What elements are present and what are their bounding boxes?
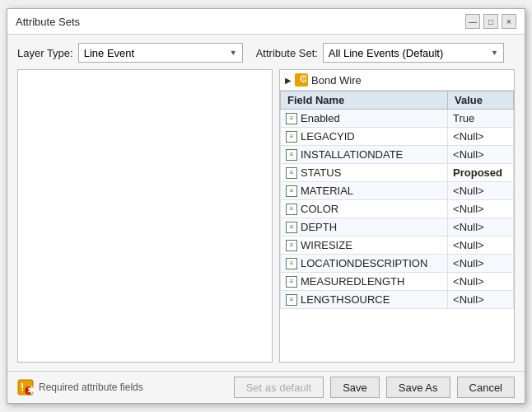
value-cell: <Null> bbox=[448, 291, 514, 309]
value-cell: <Null> bbox=[448, 255, 514, 273]
field-name: LENGTHSOURCE bbox=[301, 293, 390, 306]
save-as-button[interactable]: Save As bbox=[386, 377, 450, 398]
tree-expand-icon[interactable]: ▶ bbox=[285, 76, 292, 85]
value-cell: <Null> bbox=[448, 236, 514, 255]
attribute-set-label: Attribute Set: bbox=[256, 47, 318, 59]
tree-header: ▶ ⚙ Bond Wire bbox=[280, 70, 514, 91]
col-field-name: Field Name bbox=[281, 91, 448, 110]
value-cell: <Null> bbox=[448, 182, 514, 200]
field-cell: ≡WIRESIZE bbox=[281, 236, 448, 255]
table-row[interactable]: ≡LOCATIONDESCRIPTION<Null> bbox=[281, 255, 514, 273]
field-icon: ≡ bbox=[286, 185, 297, 197]
field-cell: ≡LENGTHSOURCE bbox=[281, 291, 448, 309]
field-name: INSTALLATIONDATE bbox=[301, 148, 403, 161]
value-cell: <Null> bbox=[448, 273, 514, 291]
field-icon: ≡ bbox=[286, 204, 297, 215]
close-button[interactable]: × bbox=[502, 14, 516, 29]
table-row[interactable]: ≡INSTALLATIONDATE<Null> bbox=[281, 146, 514, 164]
layer-type-group: Layer Type: Line Event ▼ bbox=[17, 43, 243, 63]
field-icon: ≡ bbox=[286, 113, 297, 124]
content-area: Layer Type: Line Event ▼ Attribute Set: … bbox=[7, 35, 525, 371]
value-cell: <Null> bbox=[448, 200, 514, 218]
field-name: WIRESIZE bbox=[301, 239, 352, 251]
value-cell: <Null> bbox=[448, 218, 514, 236]
layer-type-value: Line Event bbox=[84, 47, 134, 59]
field-icon: ≡ bbox=[286, 240, 297, 251]
layer-type-label: Layer Type: bbox=[17, 47, 73, 59]
table-row[interactable]: ≡WIRESIZE<Null> bbox=[281, 236, 514, 255]
attribute-set-value: All Line Events (Default) bbox=[329, 47, 443, 59]
value-cell: True bbox=[448, 110, 514, 128]
field-cell: ≡LEGACYID bbox=[281, 128, 448, 146]
title-bar: Attribute Sets — □ × bbox=[7, 9, 525, 35]
field-name: Enabled bbox=[301, 112, 340, 124]
minimize-button[interactable]: — bbox=[465, 14, 480, 29]
table-row[interactable]: ≡COLOR<Null> bbox=[281, 200, 514, 218]
window-controls: — □ × bbox=[465, 14, 516, 29]
field-cell: ≡STATUS bbox=[281, 164, 448, 182]
restore-button[interactable]: □ bbox=[483, 14, 498, 29]
field-cell: ≡Enabled bbox=[281, 110, 448, 128]
table-row[interactable]: ≡LEGACYID<Null> bbox=[281, 128, 514, 146]
field-icon: ≡ bbox=[286, 131, 297, 143]
field-cell: ≡LOCATIONDESCRIPTION bbox=[281, 255, 448, 273]
main-panels: ▶ ⚙ Bond Wire Field Name bbox=[17, 69, 515, 363]
col-value: Value bbox=[448, 91, 514, 110]
attributes-table-container[interactable]: Field Name Value ≡EnabledTrue≡LEGACYID<N… bbox=[280, 91, 514, 362]
field-icon: ≡ bbox=[286, 222, 297, 233]
attribute-set-combo[interactable]: All Line Events (Default) ▼ bbox=[323, 43, 504, 63]
field-icon: ≡ bbox=[286, 258, 297, 269]
field-icon: ≡ bbox=[286, 167, 297, 179]
required-icon: ! ✱ bbox=[17, 379, 34, 396]
table-row[interactable]: ≡LENGTHSOURCE<Null> bbox=[281, 291, 514, 309]
field-cell: ≡COLOR bbox=[281, 200, 448, 218]
field-name: MEASUREDLENGTH bbox=[301, 275, 404, 288]
attribute-set-arrow-icon: ▼ bbox=[491, 49, 498, 57]
field-icon: ≡ bbox=[286, 149, 297, 161]
required-text: Required attribute fields bbox=[39, 382, 143, 393]
attribute-sets-dialog: Attribute Sets — □ × Layer Type: Line Ev… bbox=[7, 8, 525, 404]
layer-type-arrow-icon: ▼ bbox=[230, 49, 237, 57]
field-cell: ≡MEASUREDLENGTH bbox=[281, 273, 448, 291]
filter-row: Layer Type: Line Event ▼ Attribute Set: … bbox=[17, 43, 515, 63]
table-row[interactable]: ≡MEASUREDLENGTH<Null> bbox=[281, 273, 514, 291]
field-cell: ≡DEPTH bbox=[281, 218, 448, 236]
field-cell: ≡MATERIAL bbox=[281, 182, 448, 200]
dialog-title: Attribute Sets bbox=[16, 16, 80, 28]
bond-wire-icon: ⚙ bbox=[295, 73, 308, 87]
save-button[interactable]: Save bbox=[330, 377, 380, 398]
field-name: COLOR bbox=[301, 203, 338, 215]
field-icon: ≡ bbox=[286, 276, 297, 288]
table-row[interactable]: ≡EnabledTrue bbox=[281, 110, 514, 128]
field-name: LOCATIONDESCRIPTION bbox=[301, 257, 427, 269]
layer-type-combo[interactable]: Line Event ▼ bbox=[78, 43, 243, 63]
table-row[interactable]: ≡STATUSProposed bbox=[281, 164, 514, 182]
field-icon: ≡ bbox=[286, 294, 297, 306]
value-cell: <Null> bbox=[448, 146, 514, 164]
field-name: STATUS bbox=[301, 166, 341, 179]
attributes-table: Field Name Value ≡EnabledTrue≡LEGACYID<N… bbox=[280, 91, 514, 309]
table-row[interactable]: ≡MATERIAL<Null> bbox=[281, 182, 514, 200]
field-name: LEGACYID bbox=[301, 130, 355, 143]
attribute-set-group: Attribute Set: All Line Events (Default)… bbox=[256, 43, 504, 63]
right-panel: ▶ ⚙ Bond Wire Field Name bbox=[279, 69, 515, 363]
left-panel bbox=[17, 69, 273, 363]
footer-left: ! ✱ Required attribute fields bbox=[17, 379, 227, 396]
svg-text:✱: ✱ bbox=[27, 384, 35, 396]
field-name: MATERIAL bbox=[301, 185, 353, 197]
value-cell: <Null> bbox=[448, 128, 514, 146]
svg-text:⚙: ⚙ bbox=[299, 75, 306, 85]
value-cell: Proposed bbox=[448, 164, 514, 182]
footer: ! ✱ Required attribute fields Set as def… bbox=[7, 371, 525, 403]
field-name: DEPTH bbox=[301, 221, 337, 233]
tree-node-label: Bond Wire bbox=[311, 74, 362, 87]
table-row[interactable]: ≡DEPTH<Null> bbox=[281, 218, 514, 236]
field-cell: ≡INSTALLATIONDATE bbox=[281, 146, 448, 164]
cancel-button[interactable]: Cancel bbox=[457, 377, 515, 398]
set-as-default-button[interactable]: Set as default bbox=[234, 377, 324, 398]
svg-text:!: ! bbox=[21, 381, 24, 393]
table-header-row: Field Name Value bbox=[281, 91, 514, 110]
